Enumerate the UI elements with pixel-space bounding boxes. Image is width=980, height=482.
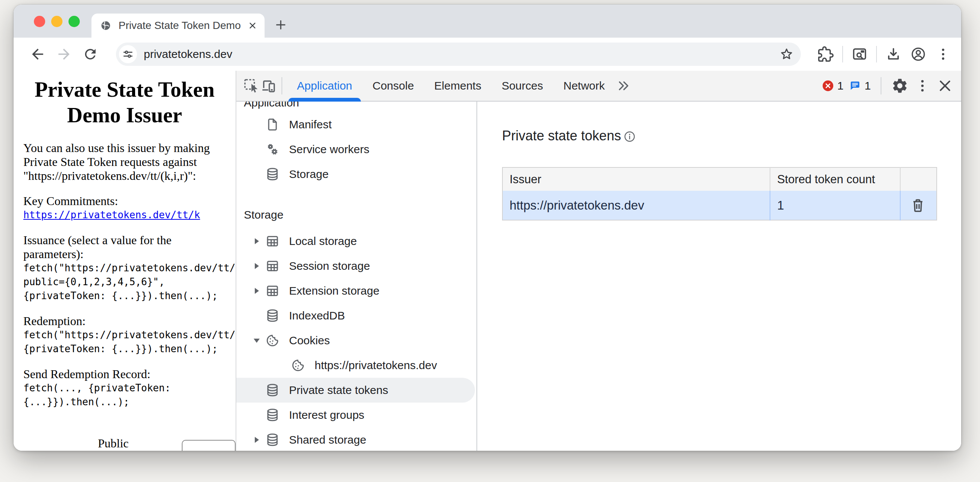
tree-collapsed-arrow-icon[interactable] bbox=[252, 238, 261, 244]
devtools-tab-application[interactable]: Application bbox=[287, 71, 363, 101]
sidebar-item-label: Local storage bbox=[289, 235, 357, 248]
tree-collapsed-arrow-icon[interactable] bbox=[252, 288, 261, 294]
site-settings-button[interactable] bbox=[119, 45, 137, 63]
table-icon bbox=[265, 258, 280, 274]
sidebar-item-manifest[interactable]: Manifest bbox=[236, 112, 476, 137]
minimize-window-button[interactable] bbox=[51, 16, 62, 27]
fullscreen-window-button[interactable] bbox=[68, 16, 80, 27]
sidebar-item-indexeddb[interactable]: IndexedDB bbox=[236, 303, 476, 328]
inspect-element-button[interactable] bbox=[242, 77, 260, 94]
sidebar-item-service-workers[interactable]: Service workers bbox=[236, 137, 476, 162]
sidebar-item-label: Service workers bbox=[289, 143, 369, 156]
forward-arrow-icon bbox=[56, 46, 72, 62]
console-messages-badge[interactable]: 1 bbox=[849, 80, 871, 92]
info-icon[interactable] bbox=[623, 130, 636, 143]
column-header-stored-token-count[interactable]: Stored token count bbox=[770, 167, 900, 191]
devtools-sidebar: ApplicationManifestService workersStorag… bbox=[236, 102, 477, 451]
devtools-tab-bar: ApplicationConsoleElementsSourcesNetwork bbox=[287, 71, 615, 101]
sidebar-section-application: Application bbox=[236, 102, 476, 112]
column-header-issuer[interactable]: Issuer bbox=[503, 167, 770, 191]
sidebar-item-https-privatetokens-dev[interactable]: https://privatetokens.dev bbox=[236, 353, 476, 378]
sidebar-item-cookies[interactable]: Cookies bbox=[236, 328, 476, 353]
sidebar-item-private-state-tokens[interactable]: Private state tokens bbox=[236, 378, 475, 402]
devtools-tab-elements[interactable]: Elements bbox=[424, 71, 492, 101]
sidebar-item-shared-storage[interactable]: Shared storage bbox=[236, 428, 476, 451]
tab-title: Private State Token Demo bbox=[119, 19, 247, 32]
browser-toolbar: privatetokens.dev bbox=[14, 38, 961, 71]
sidebar-item-label: Cookies bbox=[289, 334, 330, 347]
send-redemption-record-label: Send Redemption Record: bbox=[14, 367, 235, 381]
public-metadata-select[interactable] bbox=[182, 440, 235, 451]
sidebar-item-storage[interactable]: Storage bbox=[236, 162, 476, 187]
table-row[interactable]: https://privatetokens.dev 1 bbox=[503, 191, 937, 220]
new-tab-button[interactable] bbox=[273, 17, 288, 32]
send-redemption-record-code: fetch(..., {privateToken: {...}}).then(.… bbox=[14, 381, 235, 409]
forward-button[interactable] bbox=[55, 45, 73, 63]
tab-close-icon[interactable] bbox=[247, 20, 258, 31]
more-tabs-button[interactable] bbox=[615, 77, 632, 94]
sidebar-item-interest-groups[interactable]: Interest groups bbox=[236, 402, 476, 428]
key-commitments-label: Key Commitments: bbox=[14, 194, 235, 208]
database-icon bbox=[265, 167, 280, 182]
toolbar-divider bbox=[842, 46, 843, 62]
close-window-button[interactable] bbox=[34, 16, 45, 27]
inspect-cursor-icon bbox=[243, 78, 259, 94]
devtools-menu-kebab-icon[interactable] bbox=[914, 77, 931, 94]
profile-icon[interactable] bbox=[910, 46, 927, 62]
database-icon bbox=[265, 383, 280, 398]
tree-expanded-arrow-icon[interactable] bbox=[252, 339, 261, 343]
content-area: Private State Token Demo Issuer You can … bbox=[14, 71, 961, 451]
browser-menu-kebab-icon[interactable] bbox=[935, 46, 951, 62]
devtools-tab-console[interactable]: Console bbox=[363, 71, 424, 101]
issuer-cell[interactable]: https://privatetokens.dev bbox=[503, 191, 770, 220]
back-button[interactable] bbox=[29, 45, 47, 63]
sidebar-item-extension-storage[interactable]: Extension storage bbox=[236, 278, 476, 303]
tree-collapsed-arrow-icon[interactable] bbox=[252, 437, 261, 443]
sidebar-section-storage: Storage bbox=[236, 204, 476, 224]
downloads-icon[interactable] bbox=[885, 46, 902, 62]
devtools-tab-sources[interactable]: Sources bbox=[492, 71, 553, 101]
document-icon bbox=[265, 117, 280, 132]
bookmark-star-icon[interactable] bbox=[779, 47, 794, 62]
database-icon bbox=[265, 407, 280, 423]
browser-tab[interactable]: Private State Token Demo bbox=[91, 14, 264, 38]
sidebar-item-label: Interest groups bbox=[289, 409, 364, 422]
device-toolbar-button[interactable] bbox=[260, 77, 277, 94]
token-count-cell[interactable]: 1 bbox=[770, 191, 900, 220]
devtools-panel: ApplicationConsoleElementsSourcesNetwork… bbox=[236, 71, 961, 451]
private-state-tokens-panel: Private state tokens Issuer Stored token… bbox=[477, 102, 961, 451]
key-commitments-link[interactable]: https://privatetokens.dev/tt/k bbox=[23, 209, 200, 221]
actions-cell bbox=[900, 191, 937, 220]
back-arrow-icon bbox=[29, 46, 46, 62]
tab-strip: Private State Token Demo bbox=[14, 5, 961, 38]
devtools-toolbar: ApplicationConsoleElementsSourcesNetwork… bbox=[236, 71, 961, 102]
issuance-label: Issuance (select a value for the paramet… bbox=[14, 233, 235, 261]
sidebar-item-label: Manifest bbox=[289, 118, 332, 131]
cookie-icon bbox=[291, 358, 305, 373]
sidebar-item-label: Extension storage bbox=[289, 285, 379, 297]
delete-trash-icon[interactable] bbox=[910, 197, 926, 214]
devtools-close-icon[interactable] bbox=[936, 77, 954, 94]
console-errors-badge[interactable]: 1 bbox=[822, 80, 844, 92]
devtools-divider bbox=[881, 77, 881, 94]
url-text: privatetokens.dev bbox=[144, 48, 232, 60]
devtools-settings-gear-icon[interactable] bbox=[891, 77, 908, 94]
sidebar-item-label: Private state tokens bbox=[289, 384, 388, 396]
panel-title: Private state tokens bbox=[502, 128, 621, 144]
tree-collapsed-arrow-icon[interactable] bbox=[252, 263, 261, 269]
sidebar-item-local-storage[interactable]: Local storage bbox=[236, 229, 476, 254]
reload-button[interactable] bbox=[81, 45, 99, 63]
extensions-icon[interactable] bbox=[818, 46, 834, 62]
redemption-label: Redemption: bbox=[14, 314, 235, 328]
table-icon bbox=[265, 283, 280, 298]
device-toolbar-icon bbox=[260, 78, 277, 94]
database-icon bbox=[265, 308, 280, 323]
page-title: Private State Token Demo Issuer bbox=[14, 77, 235, 128]
side-search-icon[interactable] bbox=[851, 46, 868, 62]
sidebar-item-session-storage[interactable]: Session storage bbox=[236, 254, 476, 278]
error-count: 1 bbox=[837, 80, 844, 92]
devtools-tab-network[interactable]: Network bbox=[553, 71, 615, 101]
cookie-icon bbox=[265, 333, 280, 348]
database-icon bbox=[265, 432, 280, 447]
address-bar[interactable]: privatetokens.dev bbox=[116, 43, 801, 66]
